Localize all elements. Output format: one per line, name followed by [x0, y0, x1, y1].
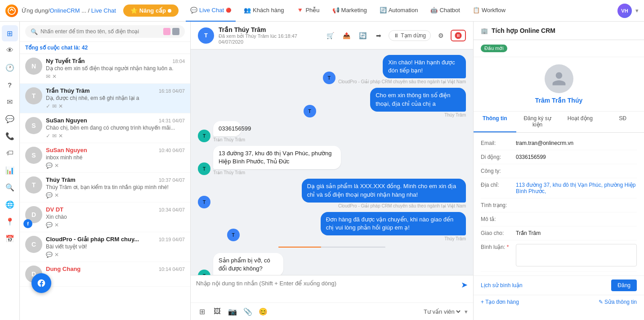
chat-item[interactable]: S SuSan Nguyen 14:31 04/07 Chào chị, bên… — [20, 113, 190, 143]
chat-time: 10:14 04/07 — [159, 266, 185, 272]
consultant-select[interactable]: Tư vấn viên — [422, 308, 462, 315]
tab-hoatdong[interactable]: Hoạt động — [559, 112, 602, 132]
tab-sd[interactable]: SĐ — [601, 112, 644, 132]
attach-tool[interactable]: 📎 — [242, 306, 254, 317]
sidebar-icon-globe[interactable]: 🌐 — [2, 196, 18, 212]
sidebar-icon-tag[interactable]: 🏷 — [2, 145, 18, 161]
image-frame-tool[interactable]: 🖼 — [211, 306, 223, 317]
sidebar-icon-calendar[interactable]: 📅 — [2, 230, 18, 247]
nav-marketing[interactable]: 📢 Marketing — [328, 0, 371, 22]
sidebar-icon-chat[interactable]: 💬 — [2, 111, 18, 127]
grid-tool[interactable]: ⊞ — [196, 306, 208, 317]
workflow-icon: 📋 — [473, 7, 480, 14]
msg-col: 13 đường 37, khu đô thị Vạn Phúc, phường… — [213, 146, 410, 175]
chat-content: Dung Chang 10:14 04/07 — [46, 266, 185, 273]
nav-pheu[interactable]: 🔻 Phễu — [292, 0, 324, 22]
transfer-icon-btn[interactable]: 📤 — [340, 29, 353, 42]
close-icon[interactable]: ✕ — [54, 222, 59, 228]
refresh-icon-btn[interactable]: 🔄 — [356, 29, 369, 42]
photo-tool[interactable]: 📷 — [227, 306, 238, 317]
submit-button[interactable]: Đăng — [611, 279, 637, 291]
sidebar-icon-email[interactable]: ✉ — [2, 94, 18, 110]
sidebar-icons: ⊞ 👁 🕐 ? ✉ 💬 📞 🏷 📊 🔍 🌐 📍 📅 — [0, 22, 20, 320]
check-icon[interactable]: ✓ — [46, 133, 50, 139]
edit-info-link[interactable]: ✎ Sửa thông tin — [599, 299, 637, 305]
msg-avatar: T — [198, 162, 210, 175]
color-dot-gray[interactable] — [172, 28, 179, 35]
sidebar-icon-phone[interactable]: 📞 — [2, 128, 18, 144]
reply-icon[interactable]: ✉ — [52, 133, 57, 139]
user-avatar[interactable]: VH — [617, 4, 632, 18]
msg-bubble: 13 đường 37, khu đô thị Vạn Phúc, phường… — [213, 146, 341, 169]
history-link[interactable]: Lịch sử bình luận — [481, 282, 523, 288]
msg-avatar: T — [198, 196, 210, 208]
chat-name: SuSan Nguyen — [46, 117, 87, 124]
chat-name: Thúy Trâm — [46, 176, 76, 183]
more-icon-btn[interactable]: ⚙ — [434, 29, 447, 42]
nav-chatbot[interactable]: 🤖 Chatbot — [426, 0, 465, 22]
livechat-icon: 💬 — [190, 7, 197, 14]
send-button[interactable]: ➤ — [461, 280, 468, 290]
chat-item[interactable]: D DV DT 10:34 04/07 Xin chào 💬 ✕ f — [20, 203, 190, 232]
comment-actions: Lịch sử bình luận Đăng — [474, 275, 644, 295]
nav-livechat[interactable]: 💬 Live Chat 🔴 — [186, 0, 236, 22]
msg-row: Xin chào! Hân hạnh được đón tiếp bạn! Cl… — [198, 55, 466, 84]
consultant-chevron: ▾ — [465, 308, 468, 315]
msg-col: Dạ giá sản phẩm là XXX.XXX đồng. Mình ch… — [213, 179, 466, 208]
sidebar-icon-home[interactable]: ⊞ — [2, 25, 18, 41]
emoji-tool[interactable]: 😊 — [257, 306, 269, 317]
crm-icon: 🏢 — [481, 27, 488, 34]
sidebar-icon-question[interactable]: ? — [2, 77, 18, 93]
fb-chat-button[interactable] — [31, 273, 51, 293]
close-icon[interactable]: ✕ — [52, 73, 57, 80]
chat-item[interactable]: T Trần Thúy Trâm 16:18 04/07 Dạ, được ch… — [20, 84, 190, 113]
highlight-box[interactable] — [451, 30, 466, 41]
tam-dung-button[interactable]: ⏸ Tạm dừng — [389, 30, 431, 41]
nav-chevron-icon[interactable]: ▾ — [635, 7, 639, 14]
close-icon[interactable]: ✕ — [58, 103, 63, 109]
msg-row: Cho em xin thông tin số điện thoại, địa … — [198, 88, 466, 117]
bubble-icon[interactable]: 💬 — [46, 252, 53, 258]
bubble-icon[interactable]: 💬 — [46, 222, 53, 228]
comment-input[interactable] — [516, 244, 637, 266]
message-input[interactable] — [196, 280, 461, 293]
forward-icon-btn[interactable]: ➡ — [372, 29, 385, 42]
close-icon[interactable]: ✕ — [58, 133, 63, 139]
sidebar-icon-report[interactable]: 📊 — [2, 162, 18, 178]
fb-icon[interactable] — [31, 273, 51, 293]
nav-khachhang[interactable]: 👥 Khách hàng — [239, 0, 288, 22]
check-icon[interactable]: ✓ — [46, 103, 50, 109]
sidebar-icon-hide[interactable]: 👁 — [2, 42, 18, 59]
sidebar-icon-search[interactable]: 🔍 — [2, 179, 18, 195]
tab-dangky[interactable]: Đăng ký sự kiện — [516, 112, 559, 132]
msg-col: 0336156599 Trần Thúy Trâm — [213, 121, 256, 142]
close-icon[interactable]: ✕ — [54, 162, 59, 169]
reply-icon[interactable]: ✉ — [46, 73, 50, 80]
bubble-icon[interactable]: 💬 — [46, 192, 53, 198]
search-input[interactable] — [40, 28, 161, 35]
upgrade-button[interactable]: ⭐ Nâng cấp — [123, 5, 179, 17]
chat-list: 🔍 Tổng số cuộc chat là: 42 N Ny Tuyết Tr… — [20, 22, 191, 320]
close-icon[interactable]: ✕ — [54, 192, 59, 198]
cart-icon-btn[interactable]: 🛒 — [324, 29, 336, 42]
nav-workflow[interactable]: 📋 Workflow — [468, 0, 510, 22]
profile-fields: Email: tram.tran@onlinecrm.vn Di động: 0… — [474, 133, 644, 275]
chat-input-area: ➤ ⊞ 🖼 📷 📎 😊 Tư vấn viên ▾ — [191, 275, 473, 320]
close-icon[interactable]: ✕ — [54, 252, 59, 258]
chat-item[interactable]: N Ny Tuyết Trần 18:04 Dạ cho em xin số đ… — [20, 54, 190, 84]
nav-automation[interactable]: 🔄 Automation — [375, 0, 423, 22]
create-order-link[interactable]: + Tạo đơn hàng — [481, 299, 519, 305]
chat-item[interactable]: T Thúy Trâm 10:37 04/07 Thúy Trâm ơi, bạ… — [20, 173, 190, 203]
color-dot-pink[interactable] — [163, 28, 170, 35]
app-logo[interactable] — [5, 5, 18, 17]
tab-thongtin[interactable]: Thông tin — [474, 112, 516, 132]
field-email: Email: tram.tran@onlinecrm.vn — [481, 136, 637, 150]
msg-col: Xin chào! Hân hạnh được đón tiếp bạn! Cl… — [338, 55, 466, 84]
sidebar-icon-clock[interactable]: 🕐 — [2, 59, 18, 76]
header-avatar: T — [198, 27, 214, 44]
reply-icon[interactable]: ✉ — [52, 103, 57, 109]
sidebar-icon-location[interactable]: 📍 — [2, 213, 18, 230]
chat-item[interactable]: S SuSan Nguyen 10:40 04/07 inbox minh nh… — [20, 143, 190, 173]
bubble-icon[interactable]: 💬 — [46, 162, 53, 169]
chat-item[interactable]: C CloudPro - Giải pháp CRM chuy... 10:19… — [20, 232, 190, 262]
